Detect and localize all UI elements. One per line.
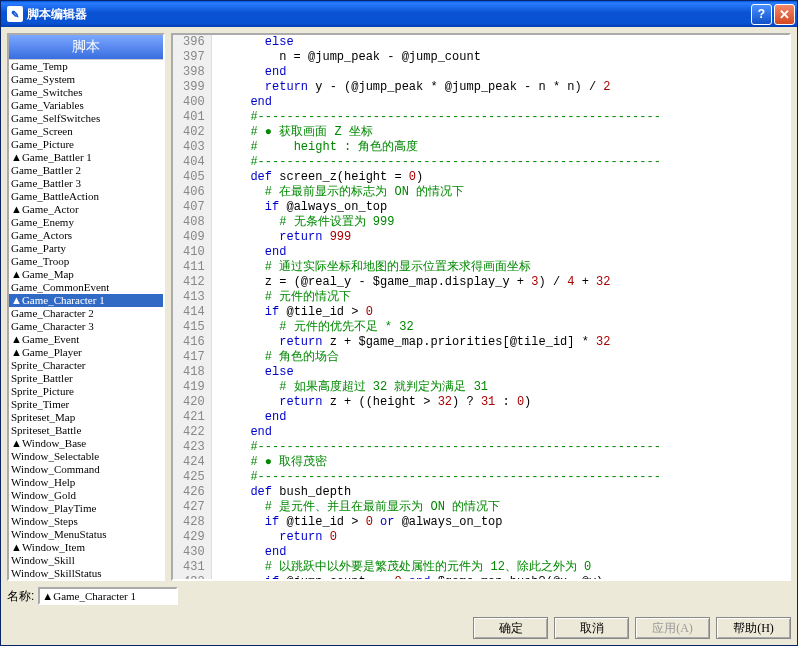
name-row: 名称: xyxy=(7,585,791,607)
script-item[interactable]: ▲Window_Item xyxy=(9,541,163,554)
code-line[interactable]: # 是元件、并且在最前显示为 ON 的情况下 xyxy=(222,500,661,515)
code-line[interactable]: end xyxy=(222,95,661,110)
script-item[interactable]: Game_Variables xyxy=(9,99,163,112)
code-line[interactable]: end xyxy=(222,410,661,425)
script-item[interactable]: Spriteset_Map xyxy=(9,411,163,424)
script-item[interactable]: Game_Battler 3 xyxy=(9,177,163,190)
code-line[interactable]: return 999 xyxy=(222,230,661,245)
button-row: 确定 取消 应用(A) 帮助(H) xyxy=(1,613,797,645)
code-line[interactable]: #---------------------------------------… xyxy=(222,155,661,170)
code-line[interactable]: end xyxy=(222,65,661,80)
code-line[interactable]: # ● 获取画面 Z 坐标 xyxy=(222,125,661,140)
code-line[interactable]: end xyxy=(222,245,661,260)
help-button[interactable]: ? xyxy=(751,4,772,25)
script-item[interactable]: Game_Party xyxy=(9,242,163,255)
code-line[interactable]: # 如果高度超过 32 就判定为满足 31 xyxy=(222,380,661,395)
script-item[interactable]: Sprite_Picture xyxy=(9,385,163,398)
code-line[interactable]: # 通过实际坐标和地图的显示位置来求得画面坐标 xyxy=(222,260,661,275)
script-item[interactable]: Game_BattleAction xyxy=(9,190,163,203)
code-line[interactable]: #---------------------------------------… xyxy=(222,110,661,125)
code-line[interactable]: # 元件的情况下 xyxy=(222,290,661,305)
script-item[interactable]: Sprite_Character xyxy=(9,359,163,372)
script-item[interactable]: Game_Enemy xyxy=(9,216,163,229)
script-item[interactable]: Window_PlayTime xyxy=(9,502,163,515)
line-gutter: 3963973983994004014024034044054064074084… xyxy=(173,35,212,581)
code-line[interactable]: # height : 角色的高度 xyxy=(222,140,661,155)
code-line[interactable]: # 无条件设置为 999 xyxy=(222,215,661,230)
ok-button[interactable]: 确定 xyxy=(473,617,548,639)
name-input[interactable] xyxy=(38,587,178,605)
script-item[interactable]: Window_Gold xyxy=(9,489,163,502)
code-line[interactable]: else xyxy=(222,35,661,50)
apply-button[interactable]: 应用(A) xyxy=(635,617,710,639)
script-item[interactable]: Window_Steps xyxy=(9,515,163,528)
code-line[interactable]: # 以跳跃中以外要是繁茂处属性的元件为 12、除此之外为 0 xyxy=(222,560,661,575)
script-panel: 脚本 Game_TempGame_SystemGame_SwitchesGame… xyxy=(7,33,165,581)
window-title: 脚本编辑器 xyxy=(27,6,751,23)
script-item[interactable]: ▲Game_Event xyxy=(9,333,163,346)
help-button-bottom[interactable]: 帮助(H) xyxy=(716,617,791,639)
script-item[interactable]: Game_System xyxy=(9,73,163,86)
script-item[interactable]: ▲Game_Player xyxy=(9,346,163,359)
titlebar[interactable]: ✎ 脚本编辑器 ? ✕ xyxy=(1,1,797,27)
script-item[interactable]: Sprite_Battler xyxy=(9,372,163,385)
script-item[interactable]: ▲Game_Character 1 xyxy=(9,294,163,307)
script-item[interactable]: Game_Battler 2 xyxy=(9,164,163,177)
script-item[interactable]: ▲Game_Battler 1 xyxy=(9,151,163,164)
code-line[interactable]: #---------------------------------------… xyxy=(222,470,661,485)
script-item[interactable]: Game_Screen xyxy=(9,125,163,138)
code-line[interactable]: if @jump_count == 0 and $game_map.bush?(… xyxy=(222,575,661,581)
code-line[interactable]: return y - (@jump_peak * @jump_peak - n … xyxy=(222,80,661,95)
code-line[interactable]: if @tile_id > 0 xyxy=(222,305,661,320)
main-row: 脚本 Game_TempGame_SystemGame_SwitchesGame… xyxy=(7,33,791,581)
script-list[interactable]: Game_TempGame_SystemGame_SwitchesGame_Va… xyxy=(9,60,163,579)
script-item[interactable]: Game_Troop xyxy=(9,255,163,268)
script-item[interactable]: Window_Command xyxy=(9,463,163,476)
code-panel[interactable]: 3963973983994004014024034044054064074084… xyxy=(171,33,791,581)
script-item[interactable]: Game_Temp xyxy=(9,60,163,73)
body: 脚本 Game_TempGame_SystemGame_SwitchesGame… xyxy=(1,27,797,613)
code-line[interactable]: if @always_on_top xyxy=(222,200,661,215)
code-line[interactable]: end xyxy=(222,545,661,560)
code-line[interactable]: return z + ((height > 32) ? 31 : 0) xyxy=(222,395,661,410)
script-panel-header: 脚本 xyxy=(9,35,163,60)
script-item[interactable]: Window_Help xyxy=(9,476,163,489)
script-item[interactable]: Game_Picture xyxy=(9,138,163,151)
code-line[interactable]: return 0 xyxy=(222,530,661,545)
script-item[interactable]: Window_MenuStatus xyxy=(9,528,163,541)
close-button[interactable]: ✕ xyxy=(774,4,795,25)
script-item[interactable]: Game_Actors xyxy=(9,229,163,242)
code-line[interactable]: n = @jump_peak - @jump_count xyxy=(222,50,661,65)
app-icon: ✎ xyxy=(7,6,23,22)
script-item[interactable]: Game_Character 3 xyxy=(9,320,163,333)
code-line[interactable]: def screen_z(height = 0) xyxy=(222,170,661,185)
code-line[interactable]: end xyxy=(222,425,661,440)
script-item[interactable]: Window_SkillStatus xyxy=(9,567,163,579)
script-item[interactable]: Window_Selectable xyxy=(9,450,163,463)
cancel-button[interactable]: 取消 xyxy=(554,617,629,639)
code-line[interactable]: z = (@real_y - $game_map.display_y + 3) … xyxy=(222,275,661,290)
code-line[interactable]: def bush_depth xyxy=(222,485,661,500)
code-line[interactable]: if @tile_id > 0 or @always_on_top xyxy=(222,515,661,530)
script-item[interactable]: Game_Character 2 xyxy=(9,307,163,320)
script-item[interactable]: Window_Skill xyxy=(9,554,163,567)
code-line[interactable]: # 元件的优先不足 * 32 xyxy=(222,320,661,335)
script-item[interactable]: ▲Game_Actor xyxy=(9,203,163,216)
script-item[interactable]: ▲Game_Map xyxy=(9,268,163,281)
code-line[interactable]: # ● 取得茂密 xyxy=(222,455,661,470)
script-item[interactable]: Game_CommonEvent xyxy=(9,281,163,294)
script-item[interactable]: Game_SelfSwitches xyxy=(9,112,163,125)
code-line[interactable]: else xyxy=(222,365,661,380)
code-text[interactable]: else n = @jump_peak - @jump_count end re… xyxy=(212,35,661,581)
code-line[interactable]: # 角色的场合 xyxy=(222,350,661,365)
script-item[interactable]: Spriteset_Battle xyxy=(9,424,163,437)
code-line[interactable]: return z + $game_map.priorities[@tile_id… xyxy=(222,335,661,350)
code-line[interactable]: # 在最前显示的标志为 ON 的情况下 xyxy=(222,185,661,200)
code-line[interactable]: #---------------------------------------… xyxy=(222,440,661,455)
script-item[interactable]: Game_Switches xyxy=(9,86,163,99)
name-label: 名称: xyxy=(7,588,34,605)
editor-window: ✎ 脚本编辑器 ? ✕ 脚本 Game_TempGame_SystemGame_… xyxy=(0,0,798,646)
script-item[interactable]: ▲Window_Base xyxy=(9,437,163,450)
script-item[interactable]: Sprite_Timer xyxy=(9,398,163,411)
